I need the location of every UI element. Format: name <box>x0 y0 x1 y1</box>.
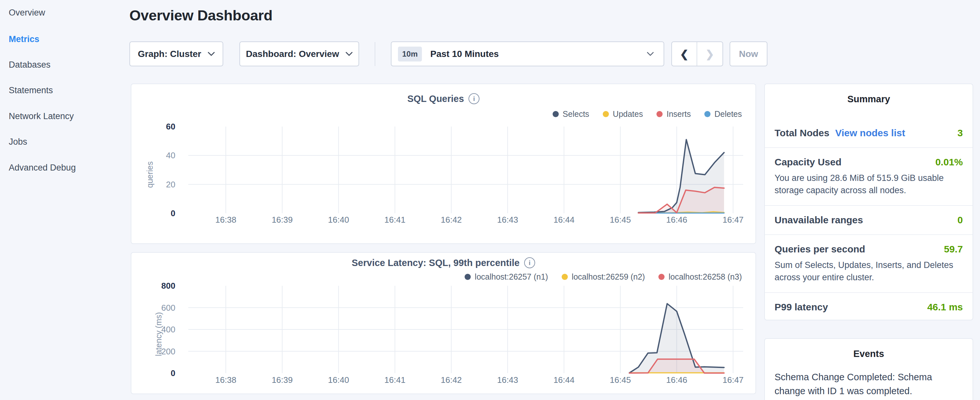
x-axis-tick: 16:44 <box>554 215 574 225</box>
chevron-down-icon <box>647 52 654 56</box>
x-axis-tick: 16:38 <box>215 215 236 225</box>
summary-row-value: 46.1 ms <box>927 302 963 312</box>
summary-row-label: Capacity Used <box>775 157 842 167</box>
x-axis-tick: 16:39 <box>272 215 293 225</box>
x-axis-tick: 16:46 <box>666 375 687 385</box>
x-axis-tick: 16:40 <box>328 375 349 385</box>
summary-row-label: Unavailable ranges <box>775 215 863 226</box>
summary-row-label: Queries per second <box>775 244 865 255</box>
time-range-badge: 10m <box>398 46 422 62</box>
sidebar-item-advanced-debug[interactable]: Advanced Debug <box>9 163 76 173</box>
y-axis-tick: 0 <box>131 368 175 378</box>
x-axis-tick: 16:43 <box>497 375 518 385</box>
time-range-dropdown[interactable]: 10m Past 10 Minutes <box>391 41 664 66</box>
graph-selector-dropdown[interactable]: Graph: Cluster <box>129 41 223 66</box>
sql-queries-chart-card: SQL QueriesiSelectsUpdatesInsertsDeletes… <box>131 83 756 244</box>
event-text: Schema Change Completed: Schema change w… <box>775 370 963 398</box>
chevron-down-icon <box>208 52 215 56</box>
x-axis-tick: 16:43 <box>497 215 518 225</box>
time-step-back-button[interactable]: ❮ <box>672 42 697 66</box>
now-button[interactable]: Now <box>730 41 767 66</box>
y-axis-tick: 40 <box>131 150 175 161</box>
events-title: Events <box>765 339 972 359</box>
summary-row-description: You are using 28.6 MiB of 515.9 GiB usab… <box>775 172 963 196</box>
summary-row-head: Queries per second59.7 <box>775 244 963 255</box>
summary-row-label: P99 latency <box>775 302 828 312</box>
x-axis-tick: 16:45 <box>610 375 631 385</box>
summary-row-head: Capacity Used0.01% <box>775 157 963 167</box>
x-axis-tick: 16:41 <box>384 215 406 225</box>
x-axis-tick: 16:47 <box>722 375 743 385</box>
summary-row: Queries per second59.7Sum of Selects, Up… <box>765 234 972 292</box>
dashboard-selector-dropdown[interactable]: Dashboard: Overview <box>239 41 359 66</box>
summary-row: P99 latency46.1 ms <box>765 292 972 321</box>
summary-rows: Total NodesView nodes list3Capacity Used… <box>765 119 972 321</box>
x-axis-tick: 16:45 <box>610 215 631 225</box>
app-root: OverviewMetricsDatabasesStatementsNetwor… <box>0 0 980 400</box>
time-range-label: Past 10 Minutes <box>430 49 499 59</box>
summary-row-value: 3 <box>957 127 963 139</box>
dashboard-selector-label: Dashboard: Overview <box>246 49 339 59</box>
toolbar-divider <box>375 42 375 66</box>
y-axis-tick: 200 <box>131 347 175 357</box>
x-axis-tick: 16:39 <box>272 375 293 385</box>
summary-row: Unavailable ranges0 <box>765 205 972 234</box>
sidebar-item-statements[interactable]: Statements <box>9 85 53 96</box>
x-axis-tick: 16:42 <box>441 215 462 225</box>
sidebar-item-overview[interactable]: Overview <box>9 8 45 18</box>
x-axis-tick: 16:38 <box>215 375 236 385</box>
summary-row: Capacity Used0.01%You are using 28.6 MiB… <box>765 147 972 205</box>
graph-selector-label: Graph: Cluster <box>138 49 201 59</box>
summary-title: Summary <box>765 84 972 105</box>
summary-row: Total NodesView nodes list3 <box>765 119 972 147</box>
view-nodes-list-link[interactable]: View nodes list <box>835 127 905 139</box>
sidebar-item-jobs[interactable]: Jobs <box>9 137 27 147</box>
time-step-forward-button[interactable]: ❯ <box>697 42 722 66</box>
service-latency-chart-card: Service Latency: SQL, 99th percentileilo… <box>131 252 756 394</box>
x-axis-tick: 16:41 <box>384 375 406 385</box>
summary-row-head: Unavailable ranges0 <box>775 215 963 226</box>
x-axis-tick: 16:42 <box>441 375 462 385</box>
summary-row-description: Sum of Selects, Updates, Inserts, and De… <box>775 259 963 284</box>
y-axis-tick: 400 <box>131 325 175 335</box>
y-axis-tick: 0 <box>131 209 175 218</box>
events-panel: Events Schema Change Completed: Schema c… <box>764 338 973 400</box>
x-axis-tick: 16:40 <box>328 215 349 225</box>
sidebar-item-databases[interactable]: Databases <box>9 60 51 70</box>
summary-row-value: 0 <box>957 215 963 226</box>
y-axis-label: latency (ms) <box>154 312 163 356</box>
sidebar-item-metrics[interactable]: Metrics <box>9 34 40 44</box>
summary-row-value: 0.01% <box>935 157 963 167</box>
event-item: Schema Change Completed: Schema change w… <box>765 359 972 400</box>
page-title: Overview Dashboard <box>129 7 272 24</box>
y-axis-label: queries <box>145 161 155 188</box>
summary-row-label: Total Nodes <box>775 127 829 139</box>
summary-panel: Summary Total NodesView nodes list3Capac… <box>764 83 973 320</box>
y-axis-tick: 600 <box>131 303 175 313</box>
y-axis-tick: 800 <box>131 281 175 291</box>
chevron-down-icon <box>345 52 353 56</box>
events-list: Schema Change Completed: Schema change w… <box>765 359 972 400</box>
summary-row-head: Total NodesView nodes list3 <box>775 127 963 139</box>
x-axis-tick: 16:46 <box>666 215 687 225</box>
summary-row-head: P99 latency46.1 ms <box>775 302 963 312</box>
x-axis-tick: 16:44 <box>554 375 574 385</box>
time-step-group: ❮ ❯ <box>671 41 723 66</box>
sidebar-item-network-latency[interactable]: Network Latency <box>9 112 74 121</box>
summary-row-value: 59.7 <box>944 244 963 255</box>
y-axis-tick: 60 <box>131 122 175 132</box>
chart-plot-area[interactable] <box>131 253 757 395</box>
x-axis-tick: 16:47 <box>722 215 743 225</box>
